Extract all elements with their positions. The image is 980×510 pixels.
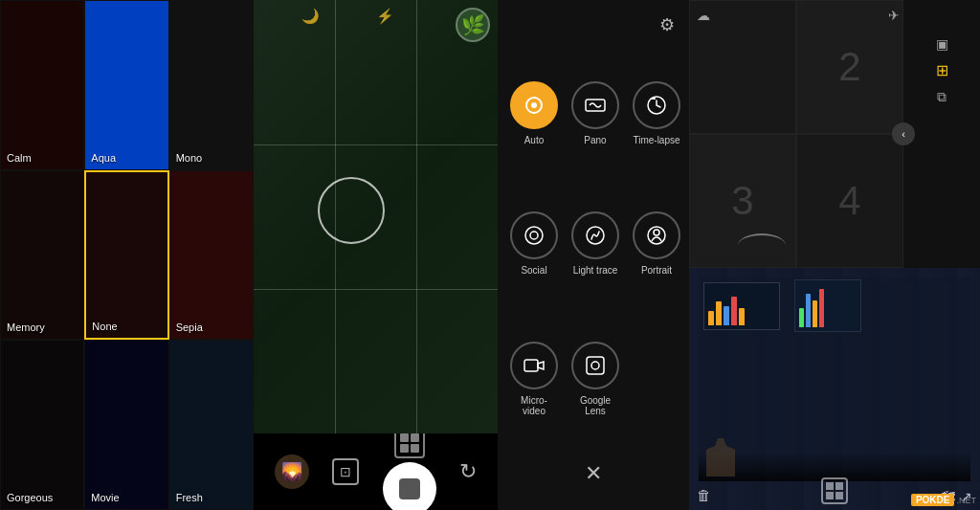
collage-section: ☁ ✈ 2 3 4 ‹ ▣ ⊞ bbox=[689, 0, 980, 268]
watermark: POKDE .NET bbox=[911, 494, 976, 506]
bar bbox=[819, 289, 824, 327]
pokde-brand: POKDE bbox=[911, 494, 955, 506]
filter-panel: Calm Aqua Mono Memory None Sepia Gorgeou… bbox=[0, 0, 254, 510]
aspect-ratio-icon[interactable]: ▣ bbox=[936, 36, 948, 52]
mode-light-trace[interactable]: Light trace bbox=[567, 180, 624, 306]
no-wifi-icon[interactable]: ✈ bbox=[888, 8, 900, 23]
camera-controls: 🌄 ⊡ ↻ bbox=[254, 433, 498, 510]
g-dot bbox=[835, 492, 843, 499]
collage-sidebar: ▣ ⊞ ⧉ bbox=[903, 0, 980, 268]
monitors-bg bbox=[699, 277, 970, 481]
g-dot bbox=[826, 482, 834, 490]
gallery-thumbnail[interactable]: 🌄 bbox=[275, 455, 309, 489]
close-button[interactable]: ✕ bbox=[585, 461, 602, 486]
filter-aqua[interactable]: Aqua bbox=[84, 0, 168, 170]
collage-cell-3[interactable]: 3 bbox=[689, 134, 796, 268]
mode-settings-bar: ⚙ bbox=[498, 10, 689, 50]
social-icon bbox=[510, 211, 558, 259]
chart-1 bbox=[704, 283, 779, 329]
mode-auto[interactable]: Auto bbox=[505, 50, 563, 176]
focus-circle bbox=[318, 177, 385, 244]
moon-icon[interactable]: 🌙 bbox=[301, 8, 320, 25]
chart-2 bbox=[795, 280, 860, 331]
camera-panel: 🌙 ⚡ 🌿 🌄 ⊡ ↻ bbox=[254, 0, 498, 510]
filter-mono[interactable]: Mono bbox=[169, 0, 254, 170]
svg-point-8 bbox=[654, 230, 659, 235]
google-lens-icon bbox=[571, 342, 619, 389]
arc-indicator bbox=[738, 233, 786, 257]
photo-section: 🗑 🗺 ↗ POKDE .NET bbox=[689, 268, 980, 510]
bar bbox=[716, 301, 722, 325]
grid-dot bbox=[400, 433, 409, 442]
collage-number-4: 4 bbox=[838, 178, 860, 224]
filter-sepia[interactable]: Sepia bbox=[169, 170, 254, 341]
cloud-icon[interactable]: ☁ bbox=[697, 8, 710, 23]
svg-point-5 bbox=[530, 232, 538, 239]
bar bbox=[806, 294, 811, 327]
filter-calm[interactable]: Calm bbox=[0, 0, 84, 170]
character-silhouette bbox=[706, 438, 735, 477]
auto-icon bbox=[510, 81, 558, 129]
collage-number-3: 3 bbox=[731, 178, 753, 224]
right-panel: ☁ ✈ 2 3 4 ‹ ▣ ⊞ bbox=[689, 0, 980, 510]
shutter-button[interactable] bbox=[383, 462, 436, 510]
bar bbox=[724, 306, 729, 325]
bar bbox=[731, 297, 737, 325]
svg-point-11 bbox=[591, 362, 599, 369]
grid-dot bbox=[411, 433, 419, 442]
chevron-button[interactable]: ‹ bbox=[892, 122, 915, 145]
collage-cell-4[interactable]: 4 bbox=[796, 134, 903, 268]
svg-point-4 bbox=[525, 227, 543, 244]
light-trace-icon bbox=[571, 211, 619, 259]
micro-video-icon bbox=[510, 342, 558, 389]
copy-icon[interactable]: ⧉ bbox=[937, 89, 947, 105]
pokde-suffix: .NET bbox=[956, 496, 976, 505]
trash-icon[interactable]: 🗑 bbox=[697, 487, 711, 503]
filter-grid: Calm Aqua Mono Memory None Sepia Gorgeou… bbox=[0, 0, 254, 510]
grid-line-v2 bbox=[416, 0, 417, 433]
bottom-grid-btn[interactable] bbox=[821, 477, 848, 504]
filter-gorgeous[interactable]: Gorgeous bbox=[0, 340, 84, 510]
collage-grid: ☁ ✈ 2 3 4 ‹ bbox=[689, 0, 903, 268]
mode-grid: Auto Pano Time-lapse Social bbox=[498, 50, 689, 447]
collage-top-bar: ☁ ✈ bbox=[697, 8, 900, 23]
mode-micro-video[interactable]: Micro-video bbox=[505, 310, 563, 447]
no-flash-icon[interactable]: ⚡ bbox=[376, 8, 394, 25]
svg-rect-10 bbox=[587, 357, 604, 374]
pano-icon bbox=[571, 81, 619, 129]
bar bbox=[708, 311, 714, 325]
shutter-area bbox=[383, 428, 436, 510]
filter-fresh[interactable]: Fresh bbox=[169, 340, 254, 510]
mode-pano[interactable]: Pano bbox=[567, 50, 624, 176]
mode-panel: ⚙ Auto Pano Time-lapse bbox=[498, 0, 689, 510]
bottom-grid-area bbox=[821, 477, 848, 504]
filter-movie[interactable]: Movie bbox=[84, 340, 168, 510]
filter-memory[interactable]: Memory bbox=[0, 170, 84, 341]
timelapse-icon bbox=[633, 81, 680, 129]
portrait-icon bbox=[633, 211, 680, 259]
scan-button[interactable]: ⊡ bbox=[332, 458, 359, 485]
g-dot bbox=[835, 482, 843, 490]
grid-layout-icon[interactable]: ⊞ bbox=[936, 61, 948, 79]
gear-icon[interactable]: ⚙ bbox=[659, 14, 675, 35]
mode-portrait[interactable]: Portrait bbox=[628, 180, 685, 306]
trash-area: 🗑 bbox=[697, 487, 711, 504]
g-dot bbox=[826, 492, 834, 499]
grid-dot bbox=[411, 444, 419, 453]
video-icon bbox=[399, 478, 420, 499]
bar bbox=[739, 308, 745, 325]
bar bbox=[813, 300, 817, 327]
filter-none[interactable]: None bbox=[84, 170, 168, 341]
screen-2 bbox=[794, 279, 861, 332]
mode-timelapse[interactable]: Time-lapse bbox=[628, 50, 685, 176]
avatar[interactable]: 🌿 bbox=[456, 8, 490, 42]
mode-close-area: ✕ bbox=[498, 447, 689, 500]
rotate-icon[interactable]: ↻ bbox=[459, 459, 477, 484]
mode-google-lens[interactable]: Google Lens bbox=[567, 310, 624, 447]
mode-social[interactable]: Social bbox=[505, 180, 563, 306]
svg-rect-9 bbox=[524, 360, 538, 371]
bar bbox=[799, 308, 804, 327]
viewfinder[interactable]: 🌙 ⚡ 🌿 bbox=[254, 0, 498, 433]
svg-point-1 bbox=[531, 102, 537, 108]
screen-1 bbox=[703, 282, 780, 330]
